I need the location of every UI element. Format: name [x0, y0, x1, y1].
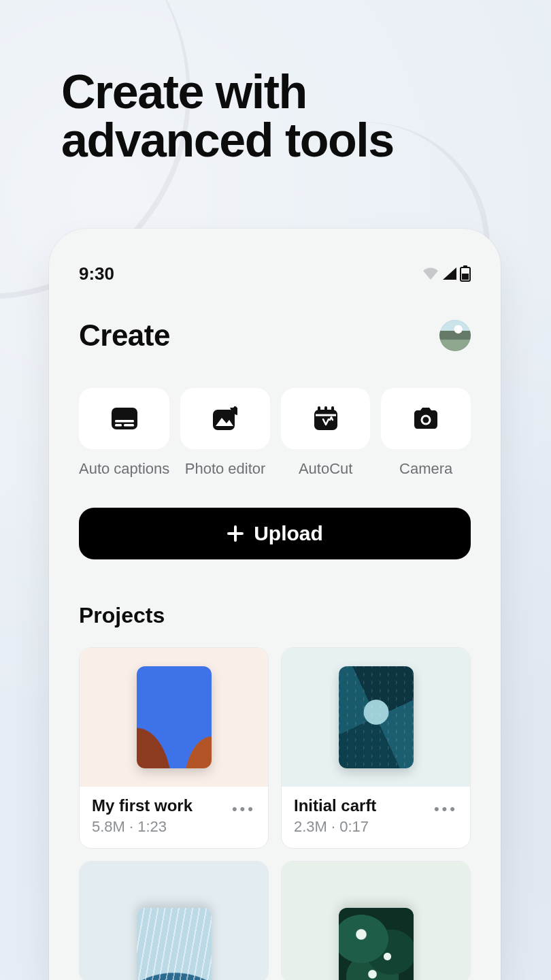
svg-rect-5	[115, 424, 122, 427]
svg-rect-6	[124, 424, 134, 427]
promo-headline-line2: advanced tools	[61, 116, 394, 165]
project-thumbnail	[137, 908, 212, 980]
more-icon[interactable]: •••	[434, 800, 458, 818]
project-thumbnail-stage	[80, 862, 268, 980]
battery-icon	[460, 265, 471, 282]
project-thumbnail-stage	[80, 648, 268, 787]
promo-headline: Create with advanced tools	[61, 68, 394, 165]
project-size: 5.8M	[92, 818, 125, 835]
page-title: Create	[79, 318, 170, 353]
tool-label: AutoCut	[299, 460, 353, 478]
tools-row: Auto captions Photo editor	[79, 388, 471, 478]
svg-point-10	[423, 417, 429, 423]
project-thumbnail	[137, 666, 212, 768]
project-subtitle: 5.8M · 1:23	[92, 818, 193, 836]
status-bar: 9:30	[79, 261, 471, 286]
project-card[interactable]: My first work 5.8M · 1:23 •••	[79, 647, 269, 849]
project-duration: 0:17	[339, 818, 369, 835]
svg-rect-2	[462, 274, 469, 280]
more-icon[interactable]: •••	[232, 800, 256, 818]
camera-icon	[412, 407, 440, 430]
upload-label: Upload	[254, 522, 323, 545]
tool-tile	[381, 388, 471, 449]
project-card[interactable]	[79, 861, 269, 980]
project-thumbnail	[339, 666, 414, 768]
project-duration: 1:23	[137, 818, 167, 835]
projects-grid: My first work 5.8M · 1:23 ••• Initial ca…	[79, 647, 471, 980]
upload-button[interactable]: Upload	[79, 508, 471, 559]
project-card[interactable]: Initial carft 2.3M · 0:17 •••	[281, 647, 471, 849]
promo-headline-line1: Create with	[61, 68, 394, 116]
status-time: 9:30	[79, 263, 114, 284]
tool-photo-editor[interactable]: Photo editor	[180, 388, 270, 478]
tool-auto-captions[interactable]: Auto captions	[79, 388, 169, 478]
plus-icon	[227, 525, 244, 542]
tool-autocut[interactable]: AutoCut	[281, 388, 371, 478]
project-card[interactable]	[281, 861, 471, 980]
status-icons	[422, 265, 471, 282]
tool-tile	[79, 388, 169, 449]
project-thumbnail	[339, 908, 414, 980]
captions-icon	[111, 407, 138, 430]
project-title: My first work	[92, 796, 193, 815]
project-thumbnail-stage	[282, 648, 470, 787]
avatar[interactable]	[439, 320, 471, 351]
tool-label: Camera	[399, 460, 452, 478]
tool-label: Photo editor	[185, 460, 266, 478]
project-size: 2.3M	[294, 818, 327, 835]
tool-label: Auto captions	[79, 460, 169, 478]
project-subtitle: 2.3M · 0:17	[294, 818, 376, 836]
title-row: Create	[79, 318, 471, 353]
autocut-icon	[312, 406, 339, 431]
tool-camera[interactable]: Camera	[381, 388, 471, 478]
cellular-icon	[442, 267, 457, 280]
project-meta: My first work 5.8M · 1:23 •••	[80, 787, 268, 848]
tool-tile	[180, 388, 270, 449]
photo-editor-icon	[212, 406, 239, 431]
project-thumbnail-stage	[282, 862, 470, 980]
phone-frame: 9:30 Create	[49, 229, 501, 980]
svg-rect-4	[115, 420, 134, 423]
tool-tile	[281, 388, 371, 449]
project-meta: Initial carft 2.3M · 0:17 •••	[282, 787, 470, 848]
projects-heading: Projects	[79, 603, 471, 628]
project-title: Initial carft	[294, 796, 376, 815]
wifi-icon	[422, 267, 439, 280]
